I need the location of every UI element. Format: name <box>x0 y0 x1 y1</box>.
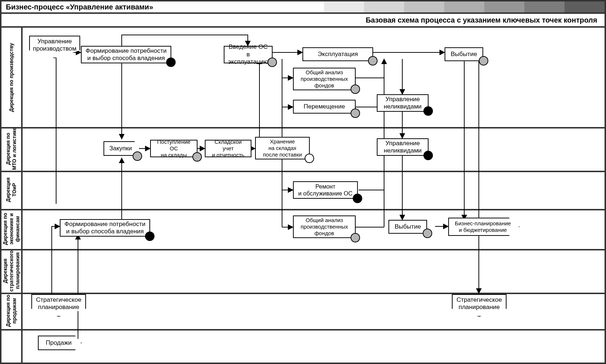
control-point-icon <box>145 232 155 241</box>
node-formirovanie-1: Формирование потребности и выбор способа… <box>81 46 171 63</box>
node-ekspluatatsiya: Эксплуатация <box>302 47 373 61</box>
title-bar: Бизнес-процесс «Управление активами» <box>1 1 605 14</box>
control-point-icon <box>353 194 362 203</box>
node-vvedenie-os: Введение ОС в эксплуатацию <box>224 46 273 63</box>
swatch <box>444 1 484 12</box>
lane-label: Дирекция по продажам <box>1 293 21 329</box>
lane-label: Дирекция стратегического планирования <box>1 249 21 293</box>
offpage-upr-proizvodstvom: Управление производством <box>29 36 80 58</box>
node-peremeshchenie: Перемещение <box>293 100 356 114</box>
node-postuplenie-os: Поступление ОС на склады <box>150 140 198 157</box>
node-obshiy-analiz-2: Общий анализ производственных фондов <box>293 215 356 238</box>
node-upr-nelikvidami-2: Управление неликвидами <box>377 138 429 156</box>
diagram-canvas: Бизнес-процесс «Управление активами» Баз… <box>0 0 606 364</box>
subtitle-bar: Базовая схема процесса с указанием ключе… <box>1 14 605 28</box>
swatch <box>404 1 444 12</box>
color-swatches <box>324 1 605 12</box>
lane-label: Дирекция ТОиР <box>1 171 21 209</box>
control-point-icon <box>351 108 360 118</box>
node-skladskoy-uchet: Складской учет и отчетность <box>205 140 251 157</box>
node-vybytie-1: Выбытие <box>445 47 483 61</box>
offpage-strat-plan-2: Стратегическое планирование <box>452 294 507 317</box>
control-point-icon <box>423 229 432 238</box>
swatch <box>564 1 605 12</box>
node-remont: Ремонт и обслуживание ОС <box>293 181 358 199</box>
swatch <box>524 1 564 12</box>
offpage-strat-plan-1: Стратегическое планирование <box>31 294 86 317</box>
control-point-icon <box>305 154 314 163</box>
swatch <box>324 1 364 12</box>
control-point-icon <box>192 152 202 162</box>
control-point-icon <box>351 84 360 94</box>
node-vybytie-2: Выбытие <box>388 220 427 234</box>
node-upr-nelikvidami-1: Управление неликвидами <box>377 94 429 112</box>
control-point-icon <box>166 58 176 67</box>
offpage-biznes-planirovanie: Бизнес-планирование и бюджетирование <box>448 218 520 236</box>
control-point-icon <box>479 56 488 66</box>
control-point-icon <box>267 58 277 67</box>
node-obshiy-analiz-1: Общий анализ производственных фондов <box>293 68 356 90</box>
offpage-prodazhi: Продажи <box>38 336 82 350</box>
swimlane-label-column: Дирекция по производству Дирекция по МТО… <box>1 28 23 363</box>
lane-label: Дирекция по экономике и финансам <box>1 209 21 249</box>
diagram-subtitle: Базовая схема процесса с указанием ключе… <box>365 16 597 24</box>
control-point-icon <box>351 233 360 242</box>
swatch <box>484 1 524 12</box>
node-hranenie: Хранение на складах после поставки <box>255 137 310 159</box>
lane-label: Дирекция по МТО и логистике <box>1 127 21 171</box>
control-point-icon <box>133 151 142 161</box>
control-point-icon <box>368 56 378 66</box>
lane-label: Дирекция по производству <box>1 28 21 127</box>
control-point-icon <box>423 106 433 116</box>
node-formirovanie-2: Формирование потребности и выбор способа… <box>60 219 150 237</box>
control-point-icon <box>423 151 433 160</box>
swatch <box>364 1 404 12</box>
diagram-title: Бизнес-процесс «Управление активами» <box>1 3 153 11</box>
